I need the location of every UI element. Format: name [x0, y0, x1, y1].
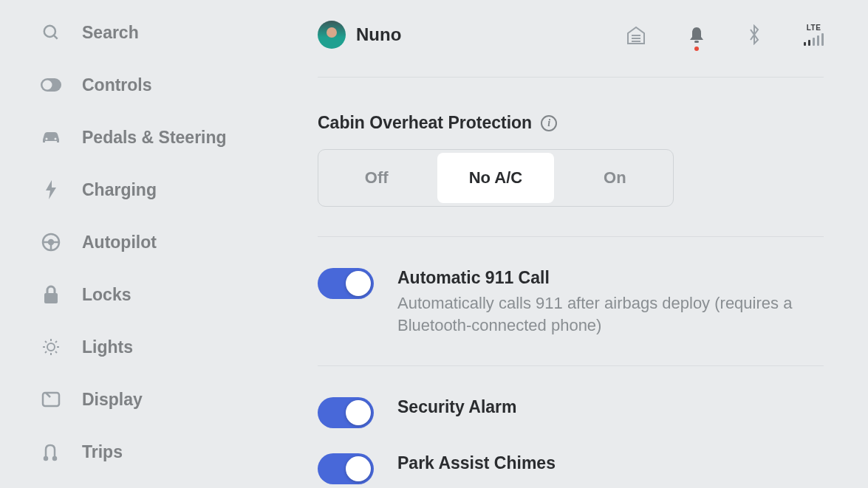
svg-point-20: [44, 457, 47, 460]
profile-button[interactable]: Nuno: [318, 21, 401, 49]
signal-indicator[interactable]: LTE: [804, 24, 824, 46]
main-panel: Nuno LTE: [295, 0, 868, 488]
garage-icon[interactable]: [626, 25, 646, 44]
svg-line-16: [45, 351, 47, 353]
steering-wheel-icon: [41, 232, 61, 252]
sidebar-item-label: Trips: [82, 442, 123, 462]
sidebar-item-search[interactable]: Search: [41, 22, 295, 43]
car-icon: [41, 127, 61, 148]
lock-icon: [41, 284, 61, 305]
svg-point-5: [55, 138, 57, 140]
svg-point-0: [44, 26, 55, 37]
sidebar: Search Controls Pedals & Steering Chargi…: [0, 0, 295, 488]
bell-icon[interactable]: [688, 26, 705, 44]
security-alarm-toggle[interactable]: [318, 397, 374, 428]
username: Nuno: [356, 24, 401, 45]
svg-line-14: [45, 341, 47, 343]
overheat-option-off[interactable]: Off: [318, 150, 434, 206]
avatar: [318, 21, 346, 49]
toggle-icon: [41, 75, 61, 95]
svg-rect-8: [44, 293, 58, 303]
search-icon: [41, 22, 61, 43]
notification-dot: [694, 47, 699, 51]
svg-rect-25: [694, 41, 699, 43]
park-assist-title: Park Assist Chimes: [397, 453, 824, 473]
svg-point-21: [53, 457, 56, 460]
auto-911-toggle[interactable]: [318, 268, 374, 299]
sidebar-item-autopilot[interactable]: Autopilot: [41, 232, 295, 252]
sidebar-item-display[interactable]: Display: [41, 389, 295, 410]
light-icon: [41, 337, 61, 357]
sidebar-item-label: Locks: [82, 285, 131, 305]
security-alarm-title: Security Alarm: [397, 397, 824, 417]
svg-rect-23: [632, 38, 640, 39]
svg-rect-18: [43, 393, 59, 406]
cabin-overheat-title: Cabin Overheat Protection: [318, 113, 532, 133]
sidebar-item-locks[interactable]: Locks: [41, 284, 295, 305]
divider: [318, 77, 824, 78]
svg-line-15: [55, 351, 57, 353]
network-label: LTE: [807, 24, 821, 32]
cabin-overheat-segmented: Off No A/C On: [318, 149, 674, 207]
svg-point-4: [46, 138, 48, 140]
sidebar-item-label: Charging: [82, 180, 157, 200]
bluetooth-icon[interactable]: [748, 24, 761, 45]
sidebar-item-label: Search: [82, 23, 139, 43]
topbar: Nuno LTE: [318, 15, 824, 55]
route-icon: [41, 441, 61, 462]
display-icon: [41, 389, 61, 410]
info-icon[interactable]: i: [541, 115, 557, 131]
sidebar-item-charging[interactable]: Charging: [41, 179, 295, 200]
sidebar-item-label: Display: [82, 390, 143, 410]
sidebar-item-label: Lights: [82, 337, 133, 357]
divider: [318, 236, 824, 237]
overheat-option-noac[interactable]: No A/C: [437, 153, 553, 203]
sidebar-item-controls[interactable]: Controls: [41, 75, 295, 95]
svg-line-17: [55, 341, 57, 343]
svg-rect-22: [632, 35, 640, 36]
bolt-icon: [41, 179, 61, 200]
svg-point-9: [47, 343, 55, 351]
sidebar-item-trips[interactable]: Trips: [41, 441, 295, 462]
svg-point-3: [43, 80, 52, 90]
signal-bars-icon: [804, 33, 824, 46]
auto-911-desc: Automatically calls 911 after airbags de…: [397, 292, 824, 336]
sidebar-item-label: Controls: [82, 75, 152, 95]
auto-911-title: Automatic 911 Call: [397, 268, 824, 288]
sidebar-item-lights[interactable]: Lights: [41, 337, 295, 357]
svg-point-7: [49, 240, 53, 244]
park-assist-toggle[interactable]: [318, 453, 374, 484]
sidebar-item-pedals[interactable]: Pedals & Steering: [41, 127, 295, 148]
sidebar-item-label: Pedals & Steering: [82, 128, 227, 148]
sidebar-item-label: Autopilot: [82, 233, 157, 252]
svg-line-1: [54, 35, 58, 39]
overheat-option-on[interactable]: On: [557, 150, 673, 206]
svg-rect-24: [632, 41, 640, 42]
divider: [318, 365, 824, 366]
